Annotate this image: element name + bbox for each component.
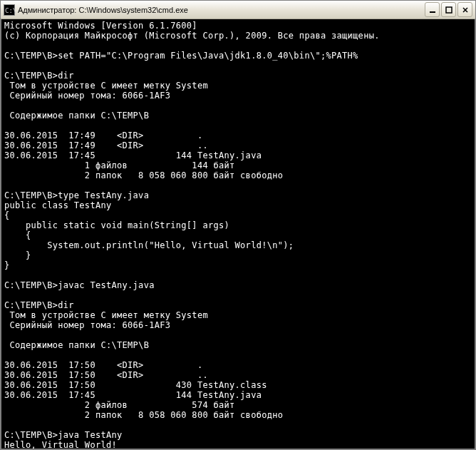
svg-rect-0 <box>430 11 435 13</box>
maximize-icon <box>445 6 452 14</box>
console-line: C:\TEMP\B>dir <box>4 300 472 310</box>
console-line: (c) Корпорация Майкрософт (Microsoft Cor… <box>4 31 472 41</box>
console-line: 30.06.2015 17:49 <DIR> . <box>4 131 472 140</box>
console-line: Содержимое папки C:\TEMP\B <box>4 340 472 350</box>
console-line: Содержимое папки C:\TEMP\B <box>4 111 472 121</box>
console-line <box>4 61 472 71</box>
console-line <box>4 420 472 430</box>
window-title: Администратор: C:\Windows\system32\cmd.e… <box>18 6 425 14</box>
console-line: 1 файлов 144 байт <box>4 160 472 170</box>
minimize-icon <box>429 6 436 14</box>
svg-rect-1 <box>446 7 452 13</box>
console-line: Том в устройстве C имеет метку System <box>4 81 472 91</box>
console-line <box>4 101 472 111</box>
console-line: { <box>4 210 472 220</box>
console-line: C:\TEMP\B>javac TestAny.java <box>4 280 472 290</box>
console-line <box>4 350 472 360</box>
cmd-window: C:\ Администратор: C:\Windows\system32\c… <box>0 0 476 450</box>
console-line: 30.06.2015 17:50 <DIR> .. <box>4 370 472 380</box>
titlebar[interactable]: C:\ Администратор: C:\Windows\system32\c… <box>1 1 475 19</box>
close-button[interactable] <box>457 2 472 17</box>
console-line: Серийный номер тома: 6066-1AF3 <box>4 91 472 101</box>
console-line: 30.06.2015 17:45 144 TestAny.java <box>4 390 472 400</box>
maximize-button[interactable] <box>441 2 456 17</box>
console-line: public static void main(String[] args) <box>4 220 472 230</box>
console-line: 2 папок 8 058 060 800 байт свободно <box>4 170 472 180</box>
console-line: System.out.println("Hello, Virtual World… <box>4 240 472 250</box>
console-line: Том в устройстве C имеет метку System <box>4 310 472 320</box>
console-area[interactable]: Microsoft Windows [Version 6.1.7600](c) … <box>1 19 475 449</box>
console-line: 30.06.2015 17:50 <DIR> . <box>4 360 472 370</box>
console-line: 30.06.2015 17:50 430 TestAny.class <box>4 380 472 390</box>
console-line: } <box>4 260 472 270</box>
minimize-button[interactable] <box>425 2 440 17</box>
console-line <box>4 180 472 190</box>
console-line: C:\TEMP\B>type TestAny.java <box>4 190 472 200</box>
console-line: 2 файлов 574 байт <box>4 400 472 410</box>
console-line: 30.06.2015 17:49 <DIR> .. <box>4 140 472 150</box>
console-line: } <box>4 250 472 260</box>
console-line <box>4 290 472 300</box>
console-line: public class TestAny <box>4 200 472 210</box>
console-line: 30.06.2015 17:45 144 TestAny.java <box>4 150 472 160</box>
close-icon <box>462 6 469 14</box>
console-line: Hello, Virtual World! <box>4 440 472 449</box>
console-line: C:\TEMP\B>java TestAny <box>4 430 472 440</box>
console-line: 2 папок 8 058 060 800 байт свободно <box>4 410 472 420</box>
window-buttons <box>425 2 472 17</box>
console-line: Серийный номер тома: 6066-1AF3 <box>4 320 472 330</box>
console-line <box>4 270 472 280</box>
console-line <box>4 41 472 51</box>
console-line <box>4 330 472 340</box>
console-line <box>4 121 472 131</box>
console-line: Microsoft Windows [Version 6.1.7600] <box>4 21 472 31</box>
console-line: C:\TEMP\B>set PATH="C:\Program Files\Jav… <box>4 51 472 61</box>
console-line: { <box>4 230 472 240</box>
console-line: C:\TEMP\B>dir <box>4 71 472 81</box>
cmd-icon: C:\ <box>4 4 15 16</box>
